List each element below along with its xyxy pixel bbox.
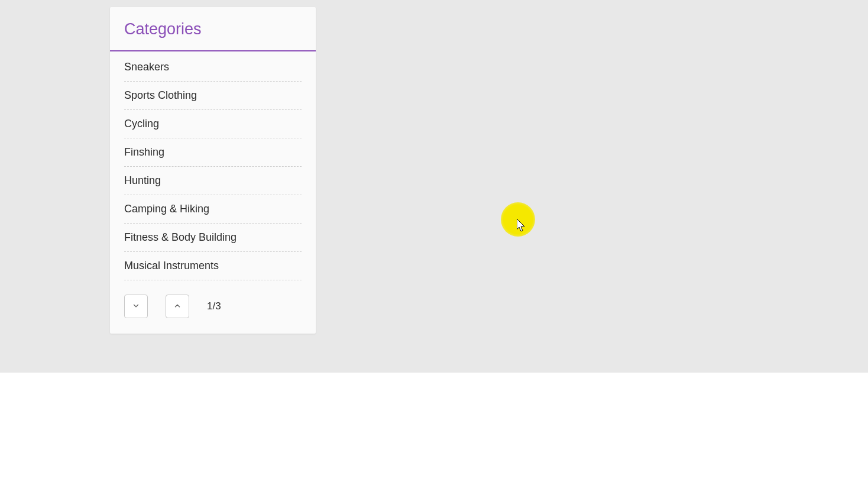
category-item-sneakers[interactable]: Sneakers xyxy=(124,51,302,82)
category-item-sports-clothing[interactable]: Sports Clothing xyxy=(124,82,302,110)
panel-title: Categories xyxy=(124,20,302,38)
cursor-icon xyxy=(517,219,527,235)
category-item-hunting[interactable]: Hunting xyxy=(124,167,302,195)
category-item-musical-instruments[interactable]: Musical Instruments xyxy=(124,252,302,280)
category-item-camping-hiking[interactable]: Camping & Hiking xyxy=(124,195,302,224)
pagination-buttons xyxy=(124,295,189,318)
pagination: 1/3 xyxy=(110,280,316,334)
pagination-text: 1/3 xyxy=(207,300,221,312)
categories-panel: Categories Sneakers Sports Clothing Cycl… xyxy=(110,7,316,334)
page-prev-button[interactable] xyxy=(166,295,189,318)
category-list: Sneakers Sports Clothing Cycling Finshin… xyxy=(110,51,316,280)
cursor-highlight xyxy=(501,202,535,237)
bottom-white-area xyxy=(0,373,868,485)
category-item-finshing[interactable]: Finshing xyxy=(124,138,302,167)
panel-header: Categories xyxy=(110,7,316,51)
chevron-down-icon xyxy=(132,302,140,312)
category-item-fitness-body-building[interactable]: Fitness & Body Building xyxy=(124,224,302,252)
page-next-button[interactable] xyxy=(124,295,148,318)
chevron-up-icon xyxy=(173,302,182,312)
category-item-cycling[interactable]: Cycling xyxy=(124,110,302,138)
